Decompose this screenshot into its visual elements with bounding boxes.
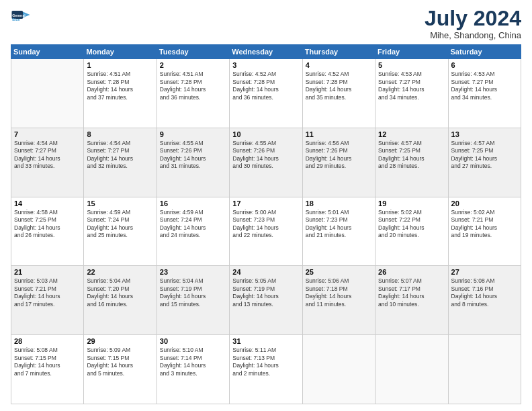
table-row: 23Sunrise: 5:04 AM Sunset: 7:19 PM Dayli… (157, 266, 229, 335)
day-info: Sunrise: 4:52 AM Sunset: 7:28 PM Dayligh… (232, 71, 299, 101)
day-number: 23 (160, 268, 226, 276)
day-number: 30 (160, 337, 226, 345)
day-number: 5 (378, 61, 445, 69)
calendar-week-row: 14Sunrise: 4:58 AM Sunset: 7:25 PM Dayli… (11, 197, 521, 266)
table-row: 5Sunrise: 4:53 AM Sunset: 7:27 PM Daylig… (375, 59, 448, 128)
day-number: 1 (87, 61, 153, 69)
table-row: 15Sunrise: 4:59 AM Sunset: 7:24 PM Dayli… (84, 197, 157, 266)
table-row: 4Sunrise: 4:52 AM Sunset: 7:28 PM Daylig… (302, 59, 375, 128)
day-number: 12 (378, 130, 445, 138)
day-info: Sunrise: 5:02 AM Sunset: 7:22 PM Dayligh… (378, 209, 445, 240)
table-row: 1Sunrise: 4:51 AM Sunset: 7:28 PM Daylig… (84, 59, 157, 128)
day-info: Sunrise: 5:02 AM Sunset: 7:21 PM Dayligh… (451, 209, 518, 240)
day-info: Sunrise: 5:01 AM Sunset: 7:23 PM Dayligh… (306, 209, 372, 240)
header: General Blue July 2024 Mihe, Shandong, C… (11, 7, 521, 40)
table-row: 11Sunrise: 4:56 AM Sunset: 7:26 PM Dayli… (302, 128, 375, 197)
day-number: 2 (160, 61, 226, 69)
day-info: Sunrise: 4:55 AM Sunset: 7:26 PM Dayligh… (232, 140, 299, 171)
col-friday: Friday (375, 45, 448, 59)
day-info: Sunrise: 4:57 AM Sunset: 7:25 PM Dayligh… (378, 140, 445, 171)
day-info: Sunrise: 5:11 AM Sunset: 7:13 PM Dayligh… (232, 347, 299, 377)
day-info: Sunrise: 5:07 AM Sunset: 7:17 PM Dayligh… (378, 277, 445, 308)
day-number: 10 (232, 130, 299, 138)
day-info: Sunrise: 5:08 AM Sunset: 7:15 PM Dayligh… (14, 347, 81, 377)
day-number: 20 (451, 199, 518, 208)
day-info: Sunrise: 5:10 AM Sunset: 7:14 PM Dayligh… (160, 347, 226, 377)
table-row: 10Sunrise: 4:55 AM Sunset: 7:26 PM Dayli… (230, 128, 302, 197)
day-info: Sunrise: 4:58 AM Sunset: 7:25 PM Dayligh… (14, 209, 81, 240)
table-row: 9Sunrise: 4:55 AM Sunset: 7:26 PM Daylig… (157, 128, 229, 197)
table-row: 26Sunrise: 5:07 AM Sunset: 7:17 PM Dayli… (375, 266, 448, 335)
logo: General Blue (11, 7, 31, 27)
day-number: 31 (232, 337, 299, 345)
day-info: Sunrise: 4:56 AM Sunset: 7:26 PM Dayligh… (306, 140, 372, 171)
table-row (302, 335, 375, 404)
day-info: Sunrise: 4:51 AM Sunset: 7:28 PM Dayligh… (87, 71, 153, 101)
day-number: 29 (87, 337, 153, 345)
col-monday: Monday (84, 45, 157, 59)
day-number: 6 (451, 61, 518, 69)
table-row: 17Sunrise: 5:00 AM Sunset: 7:23 PM Dayli… (230, 197, 302, 266)
table-row: 14Sunrise: 4:58 AM Sunset: 7:25 PM Dayli… (11, 197, 84, 266)
day-number: 22 (87, 268, 153, 276)
table-row: 7Sunrise: 4:54 AM Sunset: 7:27 PM Daylig… (11, 128, 84, 197)
table-row: 12Sunrise: 4:57 AM Sunset: 7:25 PM Dayli… (375, 128, 448, 197)
day-number: 25 (306, 268, 372, 276)
day-info: Sunrise: 5:09 AM Sunset: 7:15 PM Dayligh… (87, 347, 153, 377)
day-info: Sunrise: 4:55 AM Sunset: 7:26 PM Dayligh… (160, 140, 226, 171)
subtitle: Mihe, Shandong, China (425, 30, 521, 40)
month-title: July 2024 (425, 7, 521, 30)
day-number: 24 (232, 268, 299, 276)
day-info: Sunrise: 4:57 AM Sunset: 7:25 PM Dayligh… (451, 140, 518, 171)
day-number: 11 (306, 130, 372, 138)
calendar-table: Sunday Monday Tuesday Wednesday Thursday… (11, 44, 521, 404)
page: General Blue July 2024 Mihe, Shandong, C… (0, 0, 532, 411)
day-number: 8 (87, 130, 153, 138)
day-info: Sunrise: 4:59 AM Sunset: 7:24 PM Dayligh… (160, 209, 226, 240)
day-number: 13 (451, 130, 518, 138)
day-number: 15 (87, 199, 153, 208)
day-number: 19 (378, 199, 445, 208)
day-info: Sunrise: 5:03 AM Sunset: 7:21 PM Dayligh… (14, 277, 81, 308)
day-number: 28 (14, 337, 81, 345)
day-info: Sunrise: 4:54 AM Sunset: 7:27 PM Dayligh… (87, 140, 153, 171)
day-number: 27 (451, 268, 518, 276)
table-row: 13Sunrise: 4:57 AM Sunset: 7:25 PM Dayli… (448, 128, 521, 197)
day-number: 3 (232, 61, 299, 69)
day-info: Sunrise: 4:51 AM Sunset: 7:28 PM Dayligh… (160, 71, 226, 101)
table-row: 20Sunrise: 5:02 AM Sunset: 7:21 PM Dayli… (448, 197, 521, 266)
table-row: 24Sunrise: 5:05 AM Sunset: 7:19 PM Dayli… (230, 266, 302, 335)
col-sunday: Sunday (11, 45, 84, 59)
table-row: 18Sunrise: 5:01 AM Sunset: 7:23 PM Dayli… (302, 197, 375, 266)
day-info: Sunrise: 5:04 AM Sunset: 7:20 PM Dayligh… (87, 277, 153, 308)
col-wednesday: Wednesday (230, 45, 302, 59)
day-info: Sunrise: 4:53 AM Sunset: 7:27 PM Dayligh… (378, 71, 445, 101)
day-info: Sunrise: 5:00 AM Sunset: 7:23 PM Dayligh… (232, 209, 299, 240)
logo-icon: General Blue (11, 7, 31, 27)
calendar-week-row: 28Sunrise: 5:08 AM Sunset: 7:15 PM Dayli… (11, 335, 521, 404)
day-info: Sunrise: 4:52 AM Sunset: 7:28 PM Dayligh… (306, 71, 372, 101)
day-info: Sunrise: 5:06 AM Sunset: 7:18 PM Dayligh… (306, 277, 372, 308)
day-info: Sunrise: 4:53 AM Sunset: 7:27 PM Dayligh… (451, 71, 518, 101)
day-number: 17 (232, 199, 299, 208)
table-row: 19Sunrise: 5:02 AM Sunset: 7:22 PM Dayli… (375, 197, 448, 266)
table-row: 27Sunrise: 5:08 AM Sunset: 7:16 PM Dayli… (448, 266, 521, 335)
day-info: Sunrise: 5:04 AM Sunset: 7:19 PM Dayligh… (160, 277, 226, 308)
table-row: 6Sunrise: 4:53 AM Sunset: 7:27 PM Daylig… (448, 59, 521, 128)
day-number: 14 (14, 199, 81, 208)
table-row: 3Sunrise: 4:52 AM Sunset: 7:28 PM Daylig… (230, 59, 302, 128)
day-info: Sunrise: 4:59 AM Sunset: 7:24 PM Dayligh… (87, 209, 153, 240)
table-row: 16Sunrise: 4:59 AM Sunset: 7:24 PM Dayli… (157, 197, 229, 266)
day-number: 18 (306, 199, 372, 208)
day-info: Sunrise: 5:05 AM Sunset: 7:19 PM Dayligh… (232, 277, 299, 308)
day-info: Sunrise: 5:08 AM Sunset: 7:16 PM Dayligh… (451, 277, 518, 308)
calendar-week-row: 7Sunrise: 4:54 AM Sunset: 7:27 PM Daylig… (11, 128, 521, 197)
table-row: 28Sunrise: 5:08 AM Sunset: 7:15 PM Dayli… (11, 335, 84, 404)
day-number: 26 (378, 268, 445, 276)
table-row: 21Sunrise: 5:03 AM Sunset: 7:21 PM Dayli… (11, 266, 84, 335)
table-row: 31Sunrise: 5:11 AM Sunset: 7:13 PM Dayli… (230, 335, 302, 404)
col-saturday: Saturday (448, 45, 521, 59)
table-row: 2Sunrise: 4:51 AM Sunset: 7:28 PM Daylig… (157, 59, 229, 128)
title-block: July 2024 Mihe, Shandong, China (425, 7, 521, 40)
svg-text:General: General (12, 13, 26, 17)
